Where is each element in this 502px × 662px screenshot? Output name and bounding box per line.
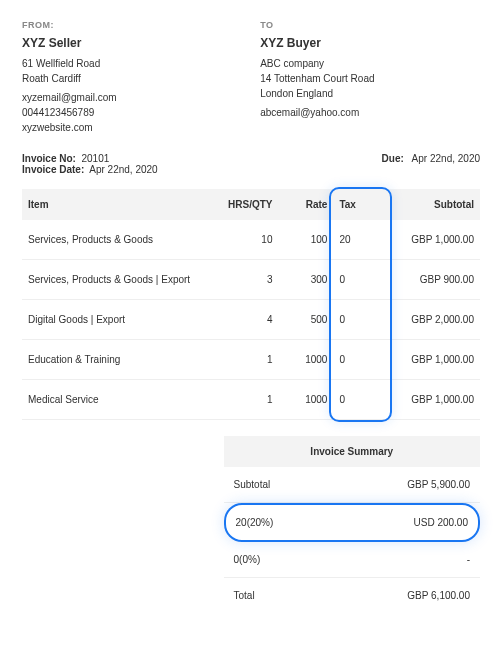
summary-total-label: Total (234, 590, 255, 601)
summary-title: Invoice Summary (224, 436, 480, 467)
summary-subtotal-row: Subtotal GBP 5,900.00 (224, 467, 480, 503)
cell-qty: 1 (214, 380, 278, 420)
summary-total-row: Total GBP 6,100.00 (224, 578, 480, 613)
summary-subtotal-value: GBP 5,900.00 (407, 479, 470, 490)
invoice-no: 20101 (81, 153, 109, 164)
summary-tax20-row: 20(20%) USD 200.00 (224, 503, 480, 542)
to-block: TO XYZ Buyer ABC company 14 Tottenham Co… (260, 20, 480, 135)
line-items-table: Item HRS/QTY Rate Tax Subtotal Services,… (22, 189, 480, 420)
col-subtotal: Subtotal (388, 189, 480, 220)
invoice-no-label: Invoice No: (22, 153, 76, 164)
table-row: Services, Products & Goods1010020GBP 1,0… (22, 220, 480, 260)
cell-subtotal: GBP 900.00 (388, 260, 480, 300)
table-row: Services, Products & Goods | Export33000… (22, 260, 480, 300)
seller-addr1: 61 Wellfield Road (22, 56, 242, 71)
due-date: Apr 22nd, 2020 (412, 153, 480, 164)
from-block: FROM: XYZ Seller 61 Wellfield Road Roath… (22, 20, 242, 135)
invoice-summary: Invoice Summary Subtotal GBP 5,900.00 20… (224, 436, 480, 613)
seller-phone: 0044123456789 (22, 105, 242, 120)
summary-tax0-label: 0(0%) (234, 554, 261, 565)
seller-website: xyzwebsite.com (22, 120, 242, 135)
table-row: Education & Training110000GBP 1,000.00 (22, 340, 480, 380)
col-tax: Tax (333, 189, 388, 220)
buyer-name: XYZ Buyer (260, 36, 480, 50)
summary-tax20-label: 20(20%) (236, 517, 274, 528)
cell-rate: 500 (278, 300, 333, 340)
cell-subtotal: GBP 1,000.00 (388, 380, 480, 420)
invoice-meta-left: Invoice No: 20101 Invoice Date: Apr 22nd… (22, 153, 158, 175)
table-header-row: Item HRS/QTY Rate Tax Subtotal (22, 189, 480, 220)
cell-rate: 100 (278, 220, 333, 260)
to-label: TO (260, 20, 480, 30)
cell-tax: 20 (333, 220, 388, 260)
summary-tax20-value: USD 200.00 (414, 517, 468, 528)
buyer-addr1: 14 Tottenham Court Road (260, 71, 480, 86)
col-rate: Rate (278, 189, 333, 220)
cell-item: Services, Products & Goods (22, 220, 214, 260)
cell-qty: 1 (214, 340, 278, 380)
seller-name: XYZ Seller (22, 36, 242, 50)
cell-subtotal: GBP 1,000.00 (388, 220, 480, 260)
seller-email: xyzemail@gmail.com (22, 90, 242, 105)
cell-tax: 0 (333, 300, 388, 340)
cell-qty: 10 (214, 220, 278, 260)
invoice-meta-right: Due: Apr 22nd, 2020 (382, 153, 480, 175)
seller-addr2: Roath Cardiff (22, 71, 242, 86)
buyer-email: abcemail@yahoo.com (260, 105, 480, 120)
col-item: Item (22, 189, 214, 220)
summary-total-value: GBP 6,100.00 (407, 590, 470, 601)
due-label: Due: (382, 153, 404, 164)
summary-tax0-row: 0(0%) - (224, 542, 480, 578)
cell-item: Digital Goods | Export (22, 300, 214, 340)
table-row: Digital Goods | Export45000GBP 2,000.00 (22, 300, 480, 340)
cell-tax: 0 (333, 380, 388, 420)
buyer-addr2: London England (260, 86, 480, 101)
invoice-date-label: Invoice Date: (22, 164, 84, 175)
cell-qty: 4 (214, 300, 278, 340)
invoice-date: Apr 22nd, 2020 (89, 164, 157, 175)
cell-rate: 1000 (278, 340, 333, 380)
col-qty: HRS/QTY (214, 189, 278, 220)
table-row: Medical Service110000GBP 1,000.00 (22, 380, 480, 420)
from-label: FROM: (22, 20, 242, 30)
summary-tax0-value: - (467, 554, 470, 565)
cell-qty: 3 (214, 260, 278, 300)
cell-tax: 0 (333, 260, 388, 300)
cell-subtotal: GBP 1,000.00 (388, 340, 480, 380)
cell-item: Education & Training (22, 340, 214, 380)
summary-subtotal-label: Subtotal (234, 479, 271, 490)
cell-item: Medical Service (22, 380, 214, 420)
cell-item: Services, Products & Goods | Export (22, 260, 214, 300)
cell-subtotal: GBP 2,000.00 (388, 300, 480, 340)
buyer-company: ABC company (260, 56, 480, 71)
cell-rate: 300 (278, 260, 333, 300)
cell-tax: 0 (333, 340, 388, 380)
cell-rate: 1000 (278, 380, 333, 420)
